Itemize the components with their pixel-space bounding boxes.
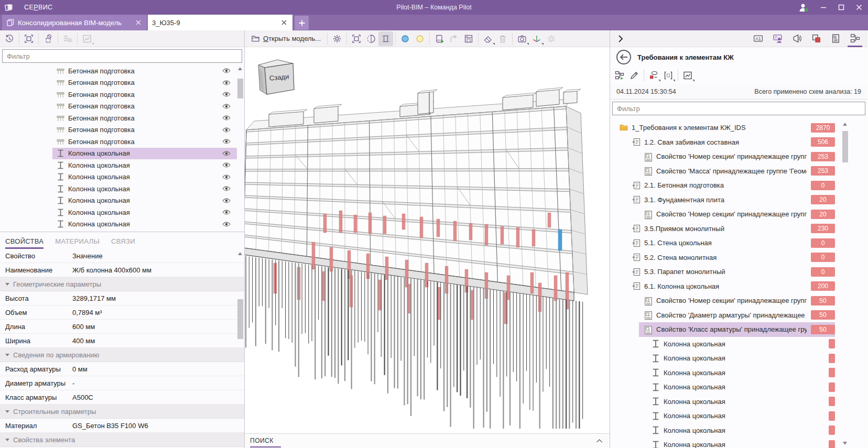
property-row[interactable]: Длина600 мм xyxy=(0,320,244,334)
eye-icon[interactable] xyxy=(222,150,231,157)
requirement-tree-item[interactable]: Колонна цокольная xyxy=(610,337,835,352)
tree-item-basement-column[interactable]: Колонна цокольная xyxy=(0,195,237,207)
property-row[interactable]: Класс арматурыA500C xyxy=(0,390,244,405)
collapse-panel-icon[interactable] xyxy=(616,35,625,43)
comment-person-icon[interactable] xyxy=(771,32,784,46)
requirement-tree-item[interactable]: Свойство 'Номер секции' принадлежащее гр… xyxy=(610,293,835,308)
requirement-tree-item[interactable]: Колонна цокольная xyxy=(610,409,835,423)
requirement-tree-item[interactable]: 3.5.Приямок монолитный230 xyxy=(610,222,835,236)
tree-item-basement-column[interactable]: Колонна цокольная xyxy=(0,171,237,183)
scroll-up-icon[interactable] xyxy=(238,252,242,255)
scroll-up-icon[interactable] xyxy=(238,67,242,70)
selection-box-icon[interactable] xyxy=(661,68,676,83)
add-model-icon[interactable] xyxy=(432,31,447,46)
new-tab-button[interactable] xyxy=(295,16,309,30)
tree-item-basement-column[interactable]: Колонна цокольная xyxy=(0,183,237,195)
requirements-filter-input[interactable] xyxy=(612,102,865,115)
property-row[interactable]: НаименованиеЖ/б колонна 400х600 мм xyxy=(0,263,244,277)
axes-icon[interactable] xyxy=(529,31,544,46)
fit-selection-icon[interactable] xyxy=(349,31,364,46)
run-analysis-icon[interactable] xyxy=(612,68,627,83)
open-model-button[interactable]: Открыть модель... xyxy=(247,31,325,46)
document-tab-1[interactable]: Консолидированная BIM-модель xyxy=(2,15,147,30)
model-canvas[interactable]: Сзади xyxy=(245,47,610,433)
properties-scrollbar[interactable] xyxy=(237,249,244,448)
eraser-icon[interactable] xyxy=(481,31,495,46)
edit-icon[interactable] xyxy=(627,68,642,83)
left-filter-input[interactable] xyxy=(2,49,242,63)
requirement-tree-item[interactable]: Свойство 'Номер секции' принадлежащее гр… xyxy=(610,149,835,164)
tree-item-concrete-pad[interactable]: Бетонная подготовка xyxy=(0,77,237,89)
fit-selection-icon[interactable] xyxy=(21,31,36,46)
user-status-icon[interactable] xyxy=(794,0,815,15)
eye-icon[interactable] xyxy=(222,174,231,180)
close-button[interactable] xyxy=(850,0,868,15)
document-tab-2[interactable]: 3_Ю35-9 xyxy=(148,15,292,30)
tree-item-concrete-pad[interactable]: Бетонная подготовка xyxy=(0,89,237,101)
clash-icon[interactable] xyxy=(810,32,822,46)
section-plane-icon[interactable] xyxy=(364,31,378,46)
eye-icon[interactable] xyxy=(222,103,231,110)
tree-item-concrete-pad[interactable]: Бетонная подготовка xyxy=(0,124,237,136)
eye-icon[interactable] xyxy=(222,221,231,227)
a1-annotation-icon[interactable]: A1 xyxy=(752,32,764,46)
eye-icon[interactable] xyxy=(222,138,231,145)
requirement-tree-item[interactable]: 5.3. Парапет монолитный0 xyxy=(610,265,835,279)
property-row[interactable]: Диаметр арматуры- xyxy=(0,376,244,390)
tab-материалы[interactable]: МАТЕРИАЛЫ xyxy=(55,237,100,249)
property-row[interactable]: МатериалGS_Бетон B35 F100 W6 xyxy=(0,419,244,433)
scroll-up-icon[interactable] xyxy=(843,123,847,126)
property-row[interactable]: Расход арматуры0 мм xyxy=(0,362,244,376)
status-filter-icon[interactable] xyxy=(646,68,661,83)
left-tree-scrollbar[interactable] xyxy=(237,65,244,232)
chevron-up-icon[interactable] xyxy=(594,436,604,446)
eye-icon[interactable] xyxy=(222,209,231,215)
history-icon[interactable] xyxy=(2,31,17,46)
package-icon[interactable] xyxy=(461,31,476,46)
minimize-button[interactable] xyxy=(815,0,832,15)
requirement-tree-item[interactable]: 1_Требования к элементам КЖ_IDS2870 xyxy=(610,121,835,135)
requirement-tree-item[interactable]: Колонна цокольная xyxy=(610,423,835,438)
bim-model-3d[interactable] xyxy=(245,47,610,433)
requirement-tree-item[interactable]: Колонна цокольная xyxy=(610,438,835,448)
maximize-button[interactable] xyxy=(832,0,850,15)
isolate-icon[interactable] xyxy=(41,31,56,46)
close-tab-icon[interactable] xyxy=(280,18,288,27)
section-box-icon[interactable] xyxy=(378,31,393,46)
tab-свойства[interactable]: СВОЙСТВА xyxy=(5,237,44,249)
tab-связи[interactable]: СВЯЗИ xyxy=(111,237,135,249)
tree-item-concrete-pad[interactable]: Бетонная подготовка xyxy=(0,136,237,148)
review-icon[interactable] xyxy=(790,32,803,46)
property-group[interactable]: Сведения по армированию xyxy=(0,348,244,362)
eye-icon[interactable] xyxy=(222,127,231,133)
tree-item-basement-column[interactable]: Колонна цокольная xyxy=(0,218,237,231)
eye-icon[interactable] xyxy=(222,91,231,97)
close-tab-icon[interactable] xyxy=(134,18,143,27)
requirement-tree-item[interactable]: 6.1. Колонна цокольная200 xyxy=(610,279,835,294)
requirement-tree-item[interactable]: Свойство 'Номер секции' принадлежащее гр… xyxy=(610,207,835,222)
requirements-scrollbar[interactable] xyxy=(842,117,849,448)
sphere-yellow-icon[interactable] xyxy=(413,31,427,46)
eye-icon[interactable] xyxy=(222,80,231,86)
tree-item-concrete-pad[interactable]: Бетонная подготовка xyxy=(0,65,237,77)
eye-icon[interactable] xyxy=(222,185,231,192)
property-row[interactable]: Ширина400 мм xyxy=(0,334,244,348)
requirement-tree-item[interactable]: 3.1. Фундаментная плита20 xyxy=(610,193,835,207)
gear-icon[interactable] xyxy=(330,31,344,46)
view-cube[interactable]: Сзади xyxy=(252,56,298,97)
tree-item-basement-column[interactable]: Колонна цокольная xyxy=(0,206,237,218)
eye-icon[interactable] xyxy=(222,198,231,204)
requirement-tree-item[interactable]: Свойство 'Масса' принадлежащее группе 'Г… xyxy=(610,164,835,179)
requirement-tree-item[interactable]: Колонна цокольная xyxy=(610,351,835,366)
requirement-tree-item[interactable]: Колонна цокольная xyxy=(610,366,835,380)
tree-item-concrete-pad[interactable]: Бетонная подготовка xyxy=(0,101,237,113)
requirement-tree-item[interactable]: Свойство 'Класс арматуры' принадлежащее … xyxy=(610,322,835,337)
menu-service[interactable]: СЕРВИС xyxy=(19,4,58,11)
scrollbar-thumb[interactable] xyxy=(842,131,848,162)
property-row[interactable]: Высота3289,1717 мм xyxy=(0,291,244,305)
tree-item-concrete-pad[interactable]: Бетонная подготовка xyxy=(0,112,237,124)
camera-icon[interactable] xyxy=(515,31,529,46)
eye-icon[interactable] xyxy=(222,162,231,168)
sphere-blue-icon[interactable] xyxy=(398,31,413,46)
scroll-down-icon[interactable] xyxy=(843,442,847,445)
